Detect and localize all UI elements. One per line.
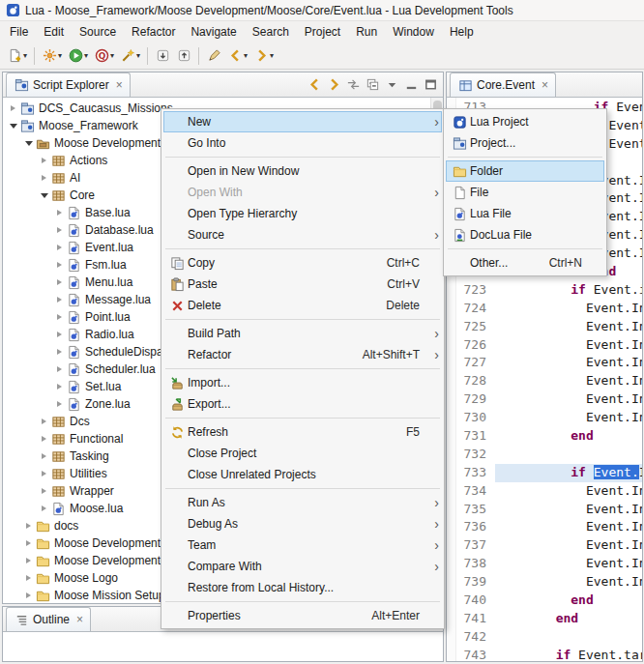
code-line-731[interactable]: end — [495, 427, 642, 446]
code-line-733[interactable]: if Event.IniDCSGroup and Event.IniDCSGro… — [495, 464, 642, 482]
collapsed-arrow-icon[interactable] — [38, 430, 50, 447]
menu-file[interactable]: File — [2, 21, 36, 43]
menu-item-refresh[interactable]: RefreshF5 — [163, 421, 442, 443]
dropdown-caret-icon[interactable]: ▾ — [23, 51, 27, 60]
dropdown-caret-icon[interactable]: ▾ — [58, 51, 62, 60]
new-wizard-button[interactable]: ▾ — [4, 45, 30, 67]
collapsed-arrow-icon[interactable] — [38, 465, 50, 482]
menu-item-doclua-file[interactable]: DocLua File — [446, 224, 604, 245]
open-wizard-button[interactable]: ▾ — [117, 45, 143, 67]
collapsed-arrow-icon[interactable] — [53, 395, 66, 413]
prev-annotation-button[interactable] — [173, 45, 194, 67]
code-line-730[interactable]: Event.IniGroupName = "" — [495, 409, 642, 427]
menu-item-import[interactable]: Import... — [163, 372, 442, 393]
menu-item-export[interactable]: Export... — [163, 393, 442, 415]
collapsed-arrow-icon[interactable] — [53, 308, 66, 326]
menu-search[interactable]: Search — [245, 21, 297, 43]
dropdown-caret-icon[interactable]: ▾ — [244, 51, 248, 60]
menu-item-run-as[interactable]: Run As› — [163, 492, 442, 513]
collapse-all-button[interactable] — [364, 75, 381, 93]
close-icon[interactable]: × — [76, 613, 83, 626]
code-line-725[interactable]: Event.IniDCSGroup = Event.IniDCSUnit:get… — [495, 318, 642, 336]
collapsed-arrow-icon[interactable] — [53, 343, 66, 361]
menu-item-team[interactable]: Team› — [163, 534, 442, 556]
maximize-button[interactable] — [422, 75, 439, 93]
code-line-741[interactable]: end — [495, 610, 642, 628]
collapsed-arrow-icon[interactable] — [53, 256, 66, 274]
expanded-arrow-icon[interactable] — [7, 117, 19, 134]
menu-item-close-unrelated-projects[interactable]: Close Unrelated Projects — [163, 464, 442, 485]
close-icon[interactable]: × — [116, 78, 123, 92]
menu-item-paste[interactable]: PasteCtrl+V — [163, 274, 442, 295]
view-menu-button[interactable] — [383, 75, 400, 93]
dropdown-caret-icon[interactable]: ▾ — [84, 51, 88, 60]
collapsed-arrow-icon[interactable] — [53, 221, 66, 239]
code-line-742[interactable] — [495, 628, 642, 647]
dropdown-caret-icon[interactable]: ▾ — [270, 51, 274, 60]
menu-item-source[interactable]: Source› — [163, 224, 442, 245]
collapsed-arrow-icon[interactable] — [53, 239, 66, 256]
tab-script-explorer[interactable]: Script Explorer × — [6, 72, 131, 97]
collapsed-arrow-icon[interactable] — [53, 378, 66, 395]
collapsed-arrow-icon[interactable] — [38, 482, 50, 500]
menu-item-go-into[interactable]: Go Into — [163, 132, 442, 154]
collapsed-arrow-icon[interactable] — [7, 100, 19, 117]
menu-item-other[interactable]: Other...Ctrl+N — [446, 252, 604, 274]
code-line-724[interactable]: Event.IniDCSUnit = Event.initiator — [495, 300, 642, 318]
collapsed-arrow-icon[interactable] — [38, 152, 50, 169]
collapsed-arrow-icon[interactable] — [38, 413, 50, 430]
dropdown-caret-icon[interactable]: ▾ — [136, 51, 140, 60]
collapsed-arrow-icon[interactable] — [53, 361, 66, 378]
menu-window[interactable]: Window — [385, 21, 442, 43]
menu-item-open-in-new-window[interactable]: Open in New Window — [163, 160, 442, 182]
menu-project[interactable]: Project — [297, 21, 348, 43]
code-line-738[interactable]: Event.IniCoalition = Event.IniDCSUnit:ge… — [495, 555, 642, 573]
collapsed-arrow-icon[interactable] — [22, 517, 35, 534]
code-line-723[interactable]: if Event.initiator and Event.initiator:g… — [495, 281, 642, 300]
menu-run[interactable]: Run — [348, 21, 385, 43]
menu-item-refactor[interactable]: RefactorAlt+Shift+T› — [163, 344, 442, 365]
expanded-arrow-icon[interactable] — [38, 187, 50, 204]
menu-item-lua-project[interactable]: Lua Project — [446, 111, 604, 132]
minimize-button[interactable] — [402, 75, 420, 93]
link-with-editor-button[interactable] — [344, 75, 362, 93]
code-line-739[interactable]: Event.IniCategory = Event.IniDCSUnit:get… — [495, 573, 642, 592]
code-line-740[interactable]: end — [495, 592, 642, 610]
menu-item-debug-as[interactable]: Debug As› — [163, 513, 442, 534]
collapsed-arrow-icon[interactable] — [38, 500, 50, 517]
collapsed-arrow-icon[interactable] — [38, 447, 50, 465]
menu-item-build-path[interactable]: Build Path› — [163, 323, 442, 344]
code-line-735[interactable]: Event.IniGroupName = Event.IniDCSGroupNa… — [495, 501, 642, 519]
expanded-arrow-icon[interactable] — [22, 134, 35, 152]
collapsed-arrow-icon[interactable] — [53, 204, 66, 221]
menu-item-delete[interactable]: DeleteDelete — [163, 295, 442, 316]
run-button[interactable]: ▾ — [65, 45, 91, 67]
collapsed-arrow-icon[interactable] — [53, 274, 66, 291]
code-line-736[interactable]: Event.IniGroup = GROUP:FindByName( Event… — [495, 518, 642, 536]
menu-navigate[interactable]: Navigate — [183, 21, 244, 43]
dropdown-caret-icon[interactable]: ▾ — [110, 51, 114, 60]
last-edit-location-button[interactable] — [203, 45, 224, 67]
tab-core-event[interactable]: Core.Event × — [450, 72, 556, 97]
collapsed-arrow-icon[interactable] — [22, 534, 35, 552]
collapsed-arrow-icon[interactable] — [38, 169, 50, 187]
next-annotation-button[interactable] — [152, 45, 173, 67]
collapsed-arrow-icon[interactable] — [53, 326, 66, 343]
tab-outline[interactable]: Outline × — [6, 607, 91, 631]
code-line-729[interactable]: Event.IniDCSGroupName = "" — [495, 390, 642, 409]
back-button[interactable]: ▾ — [224, 45, 250, 67]
menu-item-close-project[interactable]: Close Project — [163, 443, 442, 464]
lua-debug-button[interactable]: Q▾ — [91, 45, 117, 67]
menu-item-new[interactable]: New› — [163, 111, 442, 132]
code-line-734[interactable]: Event.IniDCSGroupName = Event.IniDCSGrou… — [495, 482, 642, 501]
forward-button[interactable] — [325, 75, 342, 93]
code-line-732[interactable] — [495, 446, 642, 464]
code-line-737[interactable]: Event.IniPlayerName = Event.IniDCSUnit:g… — [495, 536, 642, 555]
code-line-728[interactable]: Event.IniUnit = UNIT:FindByName( Event.I… — [495, 372, 642, 390]
forward-button[interactable]: ▾ — [250, 45, 277, 67]
menu-item-copy[interactable]: CopyCtrl+C — [163, 252, 442, 274]
collapsed-arrow-icon[interactable] — [53, 291, 66, 308]
menu-item-properties[interactable]: PropertiesAlt+Enter — [163, 605, 442, 626]
menu-edit[interactable]: Edit — [36, 21, 72, 43]
code-line-726[interactable]: Event.IniDCSUnitName = Event.IniDCSUnit:… — [495, 336, 642, 355]
